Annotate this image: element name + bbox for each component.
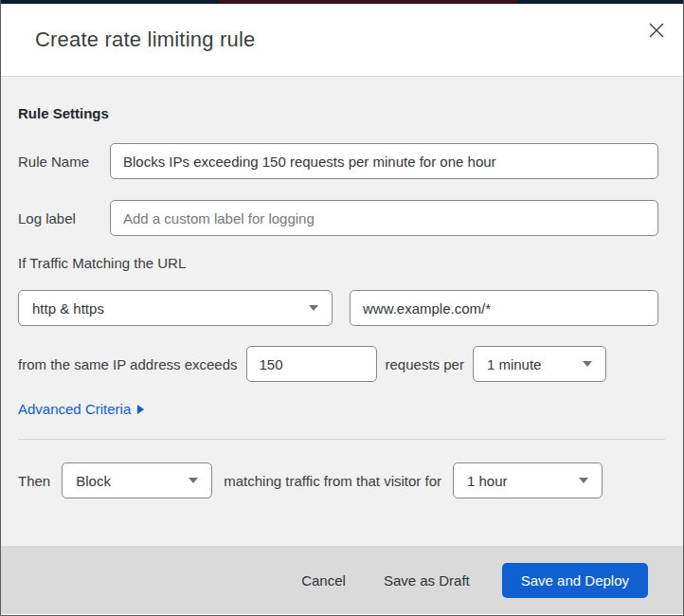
log-label-input[interactable]: [110, 200, 658, 236]
close-icon: [648, 22, 665, 39]
cancel-button[interactable]: Cancel: [296, 565, 351, 596]
rule-name-label: Rule Name: [18, 154, 110, 170]
period-select[interactable]: 1 minute: [473, 346, 606, 382]
chevron-down-icon: [583, 361, 592, 367]
threshold-row: from the same IP address exceeds request…: [18, 346, 658, 382]
save-draft-button[interactable]: Save as Draft: [378, 565, 476, 596]
log-label-label: Log label: [18, 210, 110, 226]
save-deploy-button[interactable]: Save and Deploy: [502, 563, 648, 598]
url-pattern-input[interactable]: [350, 290, 658, 326]
advanced-criteria-link[interactable]: Advanced Criteria: [18, 401, 144, 418]
threshold-prefix-text: from the same IP address exceeds: [18, 356, 238, 372]
duration-select-value: 1 hour: [467, 473, 508, 489]
close-button[interactable]: [643, 17, 670, 44]
url-match-row: http & https: [18, 290, 658, 326]
request-count-input[interactable]: [246, 346, 377, 382]
chevron-down-icon: [579, 478, 588, 483]
scheme-select[interactable]: http & https: [18, 290, 333, 326]
traffic-matching-heading: If Traffic Matching the URL: [18, 255, 658, 272]
modal-title: Create rate limiting rule: [35, 27, 255, 52]
threshold-unit-text: requests per: [386, 356, 464, 372]
chevron-down-icon: [189, 478, 198, 483]
rule-name-row: Rule Name: [18, 143, 658, 179]
chevron-down-icon: [309, 305, 318, 311]
then-middle-text: matching traffic from that visitor for: [224, 473, 441, 489]
period-select-value: 1 minute: [487, 356, 542, 372]
modal-header: Create rate limiting rule: [1, 4, 683, 76]
advanced-criteria-label: Advanced Criteria: [18, 401, 131, 418]
modal-dialog: Create rate limiting rule Rule Settings …: [1, 4, 683, 614]
create-rate-limit-modal: Create rate limiting rule Rule Settings …: [0, 0, 684, 616]
then-label: Then: [18, 473, 50, 489]
chevron-right-icon: [137, 405, 144, 414]
log-label-row: Log label: [18, 200, 658, 236]
rule-settings-heading: Rule Settings: [18, 105, 658, 122]
action-select[interactable]: Block: [62, 462, 212, 498]
modal-body: Rule Settings Rule Name Log label If Tra…: [1, 76, 683, 546]
modal-footer: Cancel Save as Draft Save and Deploy: [1, 546, 683, 614]
action-select-value: Block: [76, 473, 111, 489]
scheme-select-value: http & https: [32, 300, 104, 317]
duration-select[interactable]: 1 hour: [453, 462, 603, 498]
rule-name-input[interactable]: [110, 143, 658, 179]
divider: [18, 439, 665, 440]
then-action-row: Then Block matching traffic from that vi…: [18, 462, 658, 498]
